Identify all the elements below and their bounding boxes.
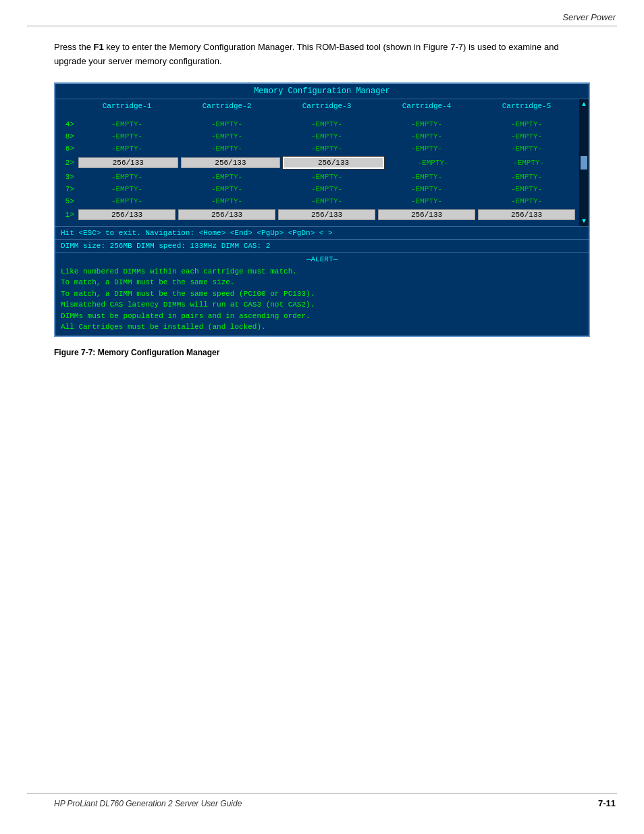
intro-text-before: Press the xyxy=(54,42,94,52)
cell-r6-c4[interactable]: -EMPTY- xyxy=(478,197,575,205)
cell-r4-c3[interactable]: -EMPTY- xyxy=(378,173,475,181)
mcm-dimm-info: DIMM size: 256MB DIMM speed: 133MHz DIMM… xyxy=(55,239,589,252)
row-label-4: 3> xyxy=(58,173,77,181)
intro-paragraph: Press the F1 key to enter the Memory Con… xyxy=(54,41,590,69)
cartridge-header-1: Cartridge-1 xyxy=(77,101,177,111)
chapter-title: Server Power xyxy=(562,12,616,22)
mcm-row-3: 2>256/133256/133256/133-EMPTY--EMPTY- xyxy=(55,155,579,171)
alert-line-3: Mismatched CAS latency DIMMs will run at… xyxy=(61,299,583,311)
cell-r2-c1[interactable]: -EMPTY- xyxy=(178,145,275,153)
cartridge-header-4: Cartridge-4 xyxy=(377,101,477,111)
mcm-row-7: 1>256/133256/133256/133256/133256/133 xyxy=(55,207,579,222)
cell-r5-c0[interactable]: -EMPTY- xyxy=(78,185,176,193)
cell-r1-c4[interactable]: -EMPTY- xyxy=(478,132,575,140)
row-label-2: 6> xyxy=(58,145,77,153)
cell-r4-c1[interactable]: -EMPTY- xyxy=(178,173,275,181)
cell-r5-c2[interactable]: -EMPTY- xyxy=(278,185,375,193)
cell-r1-c3[interactable]: -EMPTY- xyxy=(378,132,475,140)
mcm-alert-title: —ALERT— xyxy=(61,255,583,263)
cell-r0-c3[interactable]: -EMPTY- xyxy=(378,120,475,128)
cell-r4-c0[interactable]: -EMPTY- xyxy=(78,173,176,181)
cell-r6-c3[interactable]: -EMPTY- xyxy=(378,197,475,205)
alert-line-2: To match, a DIMM must be the same speed … xyxy=(61,288,583,300)
row-label-3: 2> xyxy=(58,159,77,167)
figure-caption: Figure 7-7: Memory Configuration Manager xyxy=(54,348,590,357)
alert-line-4: DIMMs must be populated in pairs and in … xyxy=(61,311,583,322)
mcm-row-2: 6>-EMPTY--EMPTY--EMPTY--EMPTY--EMPTY- xyxy=(55,142,579,155)
footer-page-number: 7-11 xyxy=(598,798,616,808)
cell-r1-c2[interactable]: -EMPTY- xyxy=(278,132,375,140)
mcm-title: Memory Configuration Manager xyxy=(55,84,589,99)
cell-r4-c4[interactable]: -EMPTY- xyxy=(478,173,575,181)
cartridge-header-2: Cartridge-2 xyxy=(177,101,277,111)
cell-r5-c4[interactable]: -EMPTY- xyxy=(478,185,575,193)
row-label-7: 1> xyxy=(58,211,77,219)
row-label-1: 8> xyxy=(58,132,77,140)
cell-r3-c2[interactable]: 256/133 xyxy=(283,157,384,169)
cell-r0-c1[interactable]: -EMPTY- xyxy=(178,120,275,128)
mcm-row-1: 8>-EMPTY--EMPTY--EMPTY--EMPTY--EMPTY- xyxy=(55,130,579,142)
cell-r7-c2[interactable]: 256/133 xyxy=(278,209,375,220)
cell-r3-c3[interactable]: -EMPTY- xyxy=(387,159,480,167)
row-label-5: 7> xyxy=(58,185,77,193)
mcm-row-5: 7>-EMPTY--EMPTY--EMPTY--EMPTY--EMPTY- xyxy=(55,183,579,195)
footer-left-text: HP ProLiant DL760 Generation 2 Server Us… xyxy=(54,799,242,808)
mcm-nav-text: Hit <ESC> to exit. Navigation: <Home> <E… xyxy=(61,229,583,237)
cell-r2-c4[interactable]: -EMPTY- xyxy=(478,145,575,153)
cell-r1-c1[interactable]: -EMPTY- xyxy=(178,132,275,140)
alert-line-5: All Cartridges must be installed (and lo… xyxy=(61,321,583,333)
cell-r0-c0[interactable]: -EMPTY- xyxy=(78,120,176,128)
mcm-alert-text: Like numbered DIMMs within each cartridg… xyxy=(61,266,583,333)
row-label-6: 5> xyxy=(58,197,77,205)
mcm-row-4: 3>-EMPTY--EMPTY--EMPTY--EMPTY--EMPTY- xyxy=(55,171,579,183)
cell-r3-c1[interactable]: 256/133 xyxy=(181,157,281,168)
mcm-scrollbar[interactable]: ▲ ▼ xyxy=(579,99,589,226)
cell-r5-c1[interactable]: -EMPTY- xyxy=(178,185,275,193)
memory-config-manager: Memory Configuration Manager Cartridge-1… xyxy=(54,82,590,337)
cell-r3-c4[interactable]: -EMPTY- xyxy=(482,159,575,167)
cell-r3-c0[interactable]: 256/133 xyxy=(78,157,178,168)
cell-r6-c1[interactable]: -EMPTY- xyxy=(178,197,275,205)
cell-r7-c3[interactable]: 256/133 xyxy=(378,209,475,220)
mcm-rows: 4>-EMPTY--EMPTY--EMPTY--EMPTY--EMPTY-8>-… xyxy=(55,118,579,222)
cell-r7-c1[interactable]: 256/133 xyxy=(178,209,275,220)
scroll-up-arrow[interactable]: ▲ xyxy=(582,101,586,108)
alert-line-1: To match, a DIMM must be the same size. xyxy=(61,277,583,288)
cell-r7-c4[interactable]: 256/133 xyxy=(478,209,575,220)
mcm-row-6: 5>-EMPTY--EMPTY--EMPTY--EMPTY--EMPTY- xyxy=(55,195,579,207)
cell-r7-c0[interactable]: 256/133 xyxy=(78,209,176,220)
cell-r6-c0[interactable]: -EMPTY- xyxy=(78,197,176,205)
cell-r4-c2[interactable]: -EMPTY- xyxy=(278,173,375,181)
alert-line-0: Like numbered DIMMs within each cartridg… xyxy=(61,266,583,278)
mcm-row-0: 4>-EMPTY--EMPTY--EMPTY--EMPTY--EMPTY- xyxy=(55,118,579,130)
row-label-0: 4> xyxy=(58,120,77,128)
scroll-thumb[interactable] xyxy=(581,156,587,170)
cell-r2-c2[interactable]: -EMPTY- xyxy=(278,145,375,153)
cell-r0-c4[interactable]: -EMPTY- xyxy=(478,120,575,128)
cell-r2-c3[interactable]: -EMPTY- xyxy=(378,145,475,153)
cell-r6-c2[interactable]: -EMPTY- xyxy=(278,197,375,205)
cell-r0-c2[interactable]: -EMPTY- xyxy=(278,120,375,128)
intro-text-after: key to enter the Memory Configuration Ma… xyxy=(54,42,559,66)
cartridge-header-5: Cartridge-5 xyxy=(477,101,576,111)
scroll-down-arrow[interactable]: ▼ xyxy=(582,217,586,225)
cartridge-header-3: Cartridge-3 xyxy=(277,101,377,111)
mcm-alert-section: —ALERT— Like numbered DIMMs within each … xyxy=(55,252,589,336)
f1-key: F1 xyxy=(94,42,104,52)
cell-r1-c0[interactable]: -EMPTY- xyxy=(78,132,176,140)
cell-r2-c0[interactable]: -EMPTY- xyxy=(78,145,176,153)
cell-r5-c3[interactable]: -EMPTY- xyxy=(378,185,475,193)
